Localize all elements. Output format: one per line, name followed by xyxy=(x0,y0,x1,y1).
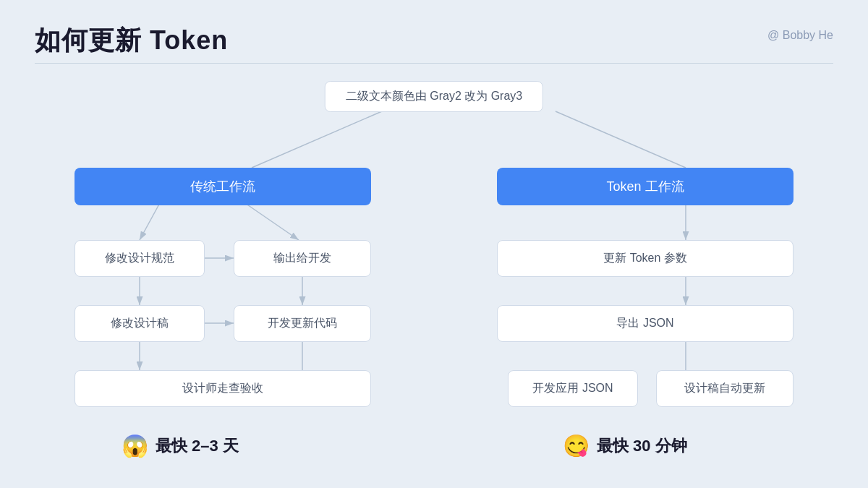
svg-line-3 xyxy=(140,200,161,240)
svg-line-2 xyxy=(556,111,686,168)
box-update-code: 开发更新代码 xyxy=(234,305,371,342)
emoji-left: 😱 xyxy=(122,433,148,458)
header-divider xyxy=(35,63,833,64)
box-export-json: 导出 JSON xyxy=(497,305,793,342)
svg-line-4 xyxy=(241,200,299,240)
box-apply-json: 开发应用 JSON xyxy=(508,370,638,407)
right-header-box: Token 工作流 xyxy=(497,168,793,205)
box-output-dev: 输出给开发 xyxy=(234,240,371,277)
box-auto-update: 设计稿自动更新 xyxy=(656,370,793,407)
time-label-right: 最快 30 分钟 xyxy=(597,435,687,457)
emoji-right: 😋 xyxy=(563,433,590,458)
box-update-token: 更新 Token 参数 xyxy=(497,240,793,277)
left-header-box: 传统工作流 xyxy=(75,168,371,205)
box-modify-draft: 修改设计稿 xyxy=(75,305,205,342)
svg-line-1 xyxy=(252,111,382,168)
header: 如何更新 Token @ Bobby He xyxy=(35,23,833,59)
time-label-left: 最快 2–3 天 xyxy=(156,435,239,457)
bottom-label-left: 😱 最快 2–3 天 xyxy=(122,433,239,458)
page-title: 如何更新 Token xyxy=(35,23,228,59)
diagram: 二级文本颜色由 Gray2 改为 Gray3 传统工作流 Token 工作流 修… xyxy=(35,81,833,464)
box-modify-spec: 修改设计规范 xyxy=(75,240,205,277)
bottom-label-right: 😋 最快 30 分钟 xyxy=(563,433,687,458)
top-node: 二级文本颜色由 Gray2 改为 Gray3 xyxy=(325,81,543,112)
box-designer-check: 设计师走查验收 xyxy=(75,370,371,407)
author-label: @ Bobby He xyxy=(767,29,833,42)
page: 如何更新 Token @ Bobby He xyxy=(0,0,868,488)
